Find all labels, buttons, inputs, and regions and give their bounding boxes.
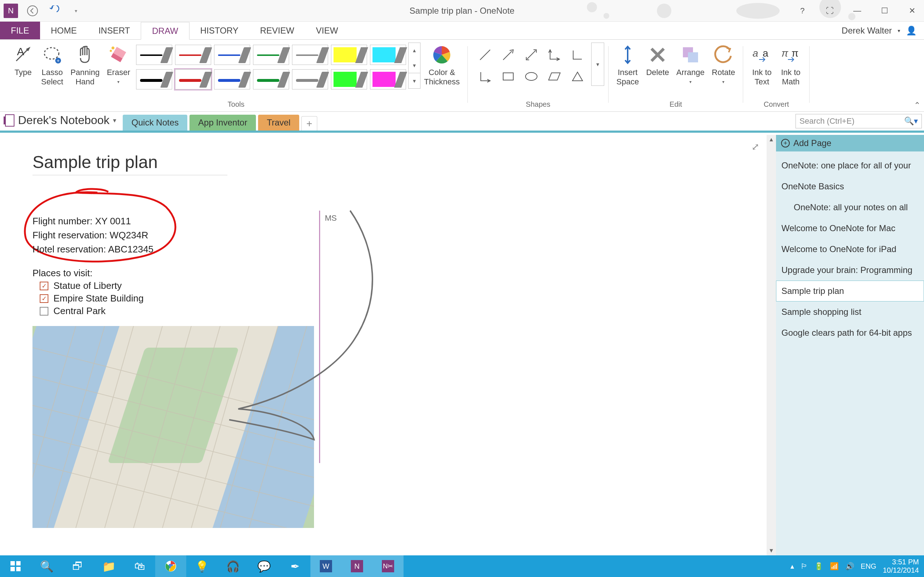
highlighter-magenta[interactable] (370, 69, 406, 89)
eraser-button[interactable]: Eraser ▾ (103, 43, 134, 86)
pen-green-thick[interactable] (253, 69, 289, 89)
minimize-button[interactable]: — (849, 3, 866, 18)
scroll-up-icon[interactable]: ▲ (769, 136, 774, 143)
chrome-button[interactable] (155, 555, 186, 577)
page-list-item[interactable]: Welcome to OneNote for Mac (776, 218, 924, 239)
lasso-select-button[interactable]: + Lasso Select (37, 43, 67, 89)
pen-blue-thin[interactable] (214, 45, 250, 65)
notebook-selector[interactable]: Derek's Notebook ▾ (0, 111, 123, 131)
page-canvas[interactable]: ⤢ Sample trip plan Flight number: XY 001… (0, 135, 767, 555)
pen-gallery[interactable]: ▴▾▾ (134, 43, 420, 93)
ink-app-button[interactable]: ✒ (279, 555, 310, 577)
search-input[interactable]: Search (Ctrl+E) 🔍▾ (795, 114, 922, 128)
word-task-button[interactable]: W (310, 555, 341, 577)
pen-gallery-more[interactable]: ▴▾▾ (408, 43, 420, 89)
page-list-item[interactable]: Sample shopping list (776, 301, 924, 322)
page-list-item[interactable]: OneNote: one place for all of your (776, 155, 924, 176)
pen-gray-thin[interactable] (292, 45, 328, 65)
highlighter-cyan[interactable] (370, 45, 406, 65)
highlighter-yellow[interactable] (331, 45, 367, 65)
trip-info-block[interactable]: Flight number: XY 0011 Flight reservatio… (32, 214, 153, 256)
page-list-item[interactable]: Welcome to OneNote for iPad (776, 239, 924, 259)
wifi-icon[interactable]: 📶 (830, 562, 839, 571)
task-view-button[interactable]: 🗗 (62, 555, 93, 577)
onenote-task-button[interactable]: N (341, 555, 373, 577)
tab-file[interactable]: FILE (0, 22, 40, 39)
section-tab-travel[interactable]: Travel (258, 115, 299, 131)
arrange-button[interactable]: Arrange▾ (673, 43, 708, 86)
pen-green-thin[interactable] (253, 45, 289, 65)
clock[interactable]: 3:51 PM 10/12/2014 (883, 558, 919, 574)
checkbox-checked-icon[interactable]: ✓ (40, 294, 48, 303)
tab-history[interactable]: HISTORY (189, 22, 249, 39)
shape-line[interactable] (474, 45, 496, 65)
delete-button[interactable]: Delete (643, 43, 673, 79)
shape-xy-arrow[interactable] (544, 45, 565, 65)
page-list-item[interactable]: Upgrade your brain: Programming (776, 259, 924, 280)
close-button[interactable]: ✕ (904, 3, 921, 18)
shape-double-arrow[interactable] (520, 45, 542, 65)
type-button[interactable]: A Type (9, 43, 37, 79)
page-title[interactable]: Sample trip plan (32, 152, 228, 175)
color-thickness-button[interactable]: Color & Thickness (420, 43, 464, 89)
shape-elbow[interactable] (567, 45, 588, 65)
places-block[interactable]: Places to visit: ✓Statue of Liberty ✓Emp… (32, 268, 144, 317)
pen-blue-thick[interactable] (214, 69, 250, 89)
back-button[interactable] (25, 3, 40, 18)
tab-draw[interactable]: DRAW (141, 22, 189, 40)
section-tab-app-inventor[interactable]: App Inventor (189, 115, 256, 131)
shape-ellipse[interactable] (520, 66, 542, 87)
qat-customize[interactable]: ▾ (69, 3, 83, 18)
shapes-gallery-more[interactable]: ▾ (591, 43, 604, 86)
battery-icon[interactable]: 🔋 (814, 562, 823, 571)
ribbon-collapse-button[interactable]: ⌃ (914, 101, 921, 110)
ink-to-math-button[interactable]: ππ Ink to Math (776, 43, 805, 89)
tab-view[interactable]: VIEW (305, 22, 349, 39)
pen-black-thin[interactable] (136, 45, 172, 65)
page-list-item[interactable]: OneNote: all your notes on all (776, 197, 924, 218)
language-indicator[interactable]: ENG (861, 562, 876, 571)
shapes-gallery[interactable]: ▾ (472, 43, 604, 89)
pen-red-thin[interactable] (175, 45, 211, 65)
page-list-item[interactable]: OneNote Basics (776, 176, 924, 197)
page-list-item[interactable]: Sample trip plan (776, 280, 924, 301)
start-button[interactable] (0, 555, 31, 577)
add-section-button[interactable]: + (301, 116, 317, 131)
highlighter-green[interactable] (331, 69, 367, 89)
add-page-button[interactable]: + Add Page (776, 135, 924, 152)
shape-arrow[interactable] (498, 45, 519, 65)
file-explorer-button[interactable]: 📁 (93, 555, 124, 577)
account-avatar-icon[interactable]: 👤 (906, 26, 917, 36)
maximize-button[interactable]: ☐ (876, 3, 893, 18)
onenote-clip-button[interactable]: N✂ (373, 555, 404, 577)
account-name[interactable]: Derek Walter (842, 26, 892, 36)
undo-button[interactable] (47, 3, 61, 18)
insert-space-button[interactable]: Insert Space (613, 43, 643, 89)
checkbox-unchecked-icon[interactable] (40, 307, 48, 316)
shape-elbow-2[interactable] (474, 66, 496, 87)
tab-home[interactable]: HOME (40, 22, 88, 39)
tray-overflow-icon[interactable]: ▴ (790, 562, 794, 571)
shape-parallelogram[interactable] (544, 66, 565, 87)
keep-button[interactable]: 💡 (186, 555, 217, 577)
help-button[interactable]: ? (794, 3, 811, 18)
pen-gray-thick[interactable] (292, 69, 328, 89)
hangouts-button[interactable]: 💬 (248, 555, 279, 577)
full-page-view-button[interactable]: ⛶ (822, 3, 838, 18)
expand-canvas-icon[interactable]: ⤢ (751, 141, 759, 153)
ink-to-text-button[interactable]: aa Ink to Text (748, 43, 776, 89)
action-center-icon[interactable]: 🏳 (801, 562, 808, 571)
shape-rectangle[interactable] (498, 66, 519, 87)
search-task-button[interactable]: 🔍 (31, 555, 62, 577)
page-list-item[interactable]: Google clears path for 64-bit apps (776, 322, 924, 343)
canvas-scrollbar[interactable]: ▲ ▼ (767, 135, 776, 555)
tab-insert[interactable]: INSERT (88, 22, 141, 39)
volume-icon[interactable]: 🔊 (845, 562, 855, 571)
tab-review[interactable]: REVIEW (249, 22, 305, 39)
pen-black-thick[interactable] (136, 69, 172, 89)
store-button[interactable]: 🛍 (124, 555, 155, 577)
panning-hand-button[interactable]: Panning Hand (67, 43, 103, 89)
checkbox-checked-icon[interactable]: ✓ (40, 282, 48, 290)
scroll-down-icon[interactable]: ▼ (769, 548, 774, 554)
audio-app-button[interactable]: 🎧 (217, 555, 248, 577)
